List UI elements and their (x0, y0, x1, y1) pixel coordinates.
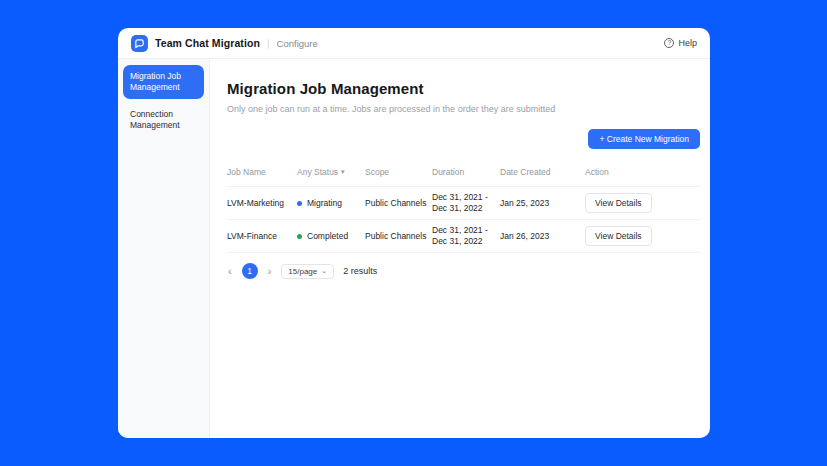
column-header-duration: Duration (432, 167, 500, 177)
chevron-down-icon: ▾ (341, 168, 345, 176)
sidebar: Migration Job Management Connection Mana… (118, 59, 210, 438)
column-header-date-created: Date Created (500, 167, 585, 177)
app-title: Team Chat Migration (155, 37, 260, 49)
app-logo-chat-icon (131, 35, 148, 52)
view-details-button[interactable]: View Details (585, 193, 652, 213)
app-window: Team Chat Migration | Configure ? Help M… (118, 28, 710, 438)
status-label: Migrating (307, 198, 342, 208)
job-name-cell: LVM-Finance (227, 231, 297, 241)
column-header-action: Action (585, 167, 700, 177)
status-cell: Migrating (297, 198, 365, 208)
status-dot-icon (297, 234, 302, 239)
view-details-button[interactable]: View Details (585, 226, 652, 246)
status-cell: Completed (297, 231, 365, 241)
scope-cell: Public Channels (365, 231, 432, 241)
status-dot-icon (297, 201, 302, 206)
page-1-button[interactable]: 1 (242, 263, 258, 279)
migration-jobs-table: Job Name Any Status ▾ Scope Duration Dat… (227, 162, 700, 253)
date-created-cell: Jan 26, 2023 (500, 231, 585, 241)
main-content: Migration Job Management Only one job ca… (210, 59, 710, 438)
table-header-row: Job Name Any Status ▾ Scope Duration Dat… (227, 162, 700, 187)
column-header-job-name: Job Name (227, 167, 297, 177)
help-button[interactable]: ? Help (664, 38, 697, 48)
page-size-value: 15/page (288, 267, 317, 276)
configure-nav-link[interactable]: Configure (277, 38, 318, 49)
page-description: Only one job can run at a time. Jobs are… (227, 104, 700, 114)
page-size-select[interactable]: 15/page ⌄ (281, 264, 334, 279)
duration-cell: Dec 31, 2021 - Dec 31, 2022 (432, 192, 500, 215)
help-icon: ? (664, 38, 674, 48)
status-label: Completed (307, 231, 348, 241)
sidebar-item-migration-job-management[interactable]: Migration Job Management (123, 65, 204, 99)
table-row: LVM-Finance Completed Public Channels De… (227, 220, 700, 253)
top-bar: Team Chat Migration | Configure ? Help (118, 28, 710, 59)
chevron-down-icon: ⌄ (321, 267, 327, 275)
duration-cell: Dec 31, 2021 - Dec 31, 2022 (432, 225, 500, 248)
scope-cell: Public Channels (365, 198, 432, 208)
help-label: Help (678, 38, 697, 48)
column-header-scope: Scope (365, 167, 432, 177)
create-new-migration-button[interactable]: + Create New Migration (588, 129, 700, 149)
previous-page-icon[interactable]: ‹ (227, 266, 233, 277)
table-row: LVM-Marketing Migrating Public Channels … (227, 187, 700, 220)
table-body: LVM-Marketing Migrating Public Channels … (227, 187, 700, 253)
sidebar-item-connection-management[interactable]: Connection Management (123, 103, 204, 137)
title-divider: | (267, 38, 270, 49)
page-title: Migration Job Management (227, 80, 700, 97)
job-name-cell: LVM-Marketing (227, 198, 297, 208)
status-filter-dropdown[interactable]: Any Status ▾ (297, 167, 365, 177)
results-count: 2 results (343, 266, 377, 276)
next-page-icon[interactable]: › (267, 266, 273, 277)
pagination: ‹ 1 › 15/page ⌄ 2 results (227, 263, 700, 279)
date-created-cell: Jan 25, 2023 (500, 198, 585, 208)
